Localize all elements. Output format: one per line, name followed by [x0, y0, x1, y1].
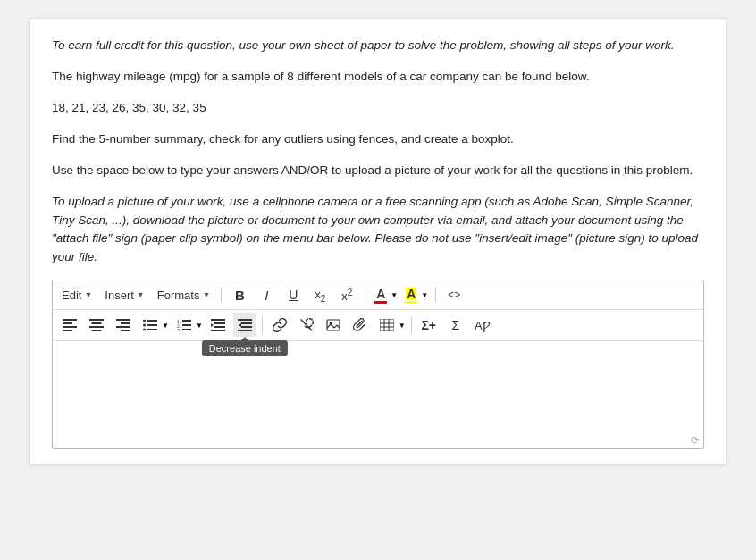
svg-text:3.: 3.: [177, 328, 181, 331]
insert-image-button[interactable]: [322, 313, 345, 337]
svg-rect-4: [89, 319, 104, 321]
table-button[interactable]: [375, 313, 399, 337]
spell-check-icon: AǷ: [475, 319, 491, 332]
svg-rect-6: [89, 326, 104, 328]
increase-indent-button[interactable]: [206, 313, 230, 337]
special-char-button[interactable]: Σ+: [417, 313, 441, 337]
toolbar-row2: ▼ 1. 2. 3. ▼: [53, 310, 703, 341]
numbered-list-button[interactable]: 1. 2. 3.: [172, 313, 196, 337]
svg-rect-2: [63, 326, 77, 328]
bullet-list-button[interactable]: [139, 313, 162, 337]
align-right-button[interactable]: [112, 313, 135, 337]
svg-point-12: [143, 320, 146, 322]
toolbar-separator-2: [365, 287, 365, 303]
formats-menu[interactable]: Formats ▼: [154, 287, 214, 304]
svg-rect-8: [116, 319, 130, 321]
para1: To earn full credit for this question, u…: [52, 37, 704, 55]
svg-rect-17: [147, 329, 157, 330]
superscript-button[interactable]: x2: [336, 284, 357, 305]
font-color-button[interactable]: A: [373, 286, 389, 304]
svg-rect-23: [182, 329, 191, 330]
align-right-icon: [116, 319, 130, 331]
table-arrow[interactable]: ▼: [399, 322, 406, 330]
increase-indent-icon: [211, 319, 225, 331]
edit-menu[interactable]: Edit ▼: [58, 287, 96, 304]
svg-rect-30: [241, 322, 252, 324]
svg-rect-1: [63, 322, 72, 324]
svg-rect-24: [211, 319, 225, 321]
bullet-list-wrapper: ▼: [139, 313, 169, 337]
toolbar-row1: Edit ▼ Insert ▼ Formats ▼ B I U x2 x2: [53, 280, 703, 310]
align-left-icon: [63, 319, 77, 331]
unlink-icon: [299, 318, 314, 332]
superscript-symbol: 2: [348, 288, 353, 297]
numbered-list-icon: 1. 2. 3.: [177, 319, 191, 331]
numbered-list-arrow[interactable]: ▼: [196, 322, 203, 330]
spell-check-button[interactable]: AǷ: [471, 313, 494, 337]
svg-rect-31: [241, 326, 252, 328]
insert-image-icon: [326, 318, 340, 332]
para5: Use the space below to type your answers…: [52, 162, 704, 180]
svg-rect-35: [327, 320, 340, 330]
svg-point-16: [143, 329, 146, 331]
link-button[interactable]: [268, 313, 291, 337]
svg-rect-15: [147, 324, 157, 326]
svg-rect-32: [238, 330, 252, 331]
toolbar-separator-3: [435, 287, 436, 303]
italic-button[interactable]: I: [256, 284, 277, 305]
svg-rect-25: [214, 322, 225, 324]
subscript-button[interactable]: x2: [309, 284, 331, 305]
decrease-indent-wrapper: Decrease indent: [233, 313, 256, 337]
para2: The highway mileage (mpg) for a sample o…: [52, 68, 704, 87]
bullet-list-icon: [143, 319, 157, 331]
page-container: To earn full credit for this question, u…: [29, 18, 727, 464]
code-button[interactable]: <>: [443, 284, 465, 305]
svg-rect-11: [121, 330, 130, 331]
toolbar-separator-row2-1: [262, 317, 263, 333]
svg-rect-27: [211, 330, 225, 331]
toolbar-separator-row2-2: [411, 317, 412, 333]
font-color-arrow[interactable]: ▼: [391, 291, 398, 299]
svg-rect-21: [182, 324, 191, 326]
align-center-button[interactable]: [85, 313, 108, 337]
attach-file-button[interactable]: [349, 313, 372, 337]
svg-rect-10: [116, 326, 130, 328]
bg-color-wrapper: A ▼: [403, 286, 428, 304]
bullet-list-arrow[interactable]: ▼: [162, 322, 169, 330]
para6: To upload a picture of your work, use a …: [52, 193, 704, 268]
editor-container: Edit ▼ Insert ▼ Formats ▼ B I U x2 x2: [52, 280, 704, 449]
unlink-button[interactable]: [295, 313, 318, 337]
align-center-icon: [89, 319, 104, 331]
toolbar-separator-1: [221, 287, 222, 303]
numbered-list-wrapper: 1. 2. 3. ▼: [172, 313, 203, 337]
svg-rect-3: [63, 330, 72, 331]
font-color-wrapper: A ▼: [373, 286, 398, 304]
align-left-button[interactable]: [58, 313, 81, 337]
decrease-indent-icon: [238, 319, 252, 331]
insert-menu-arrow: ▼: [137, 290, 145, 299]
para3: 18, 21, 23, 26, 35, 30, 32, 35: [52, 99, 704, 118]
decrease-indent-button[interactable]: [233, 313, 256, 337]
bold-button[interactable]: B: [229, 284, 250, 305]
svg-rect-26: [214, 326, 225, 328]
bg-color-arrow[interactable]: ▼: [421, 291, 428, 299]
bg-color-button[interactable]: A: [403, 286, 419, 304]
editor-body[interactable]: ⟳: [53, 341, 703, 448]
underline-button[interactable]: U: [282, 284, 304, 305]
table-icon: [380, 319, 394, 331]
font-color-indicator: [374, 301, 387, 304]
bg-color-indicator: [405, 301, 417, 304]
sum-button[interactable]: Σ: [444, 313, 467, 337]
svg-rect-5: [92, 322, 102, 324]
editor-resize-handle[interactable]: ⟳: [689, 434, 701, 447]
svg-rect-13: [147, 320, 157, 322]
svg-rect-7: [92, 330, 102, 331]
svg-rect-9: [121, 322, 130, 324]
svg-marker-33: [239, 323, 241, 327]
insert-menu[interactable]: Insert ▼: [101, 287, 147, 304]
table-wrapper: ▼: [375, 313, 406, 337]
attach-file-icon: [353, 318, 367, 332]
formats-menu-arrow: ▼: [202, 290, 210, 299]
svg-rect-29: [238, 319, 252, 321]
link-icon: [273, 318, 287, 332]
